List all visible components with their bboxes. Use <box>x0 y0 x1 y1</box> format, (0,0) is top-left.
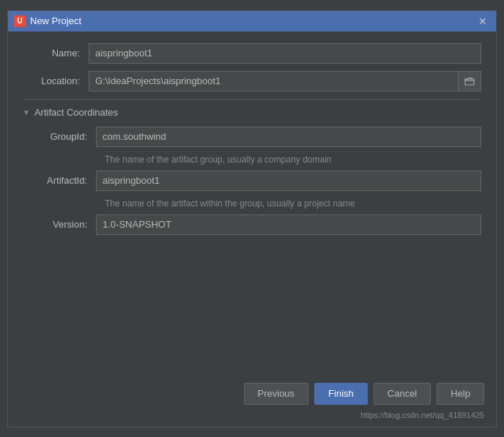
version-input-wrapper <box>96 214 481 235</box>
artifactid-row: ArtifactId: <box>30 171 481 191</box>
version-row: Version: <box>30 214 481 235</box>
section-triangle: ▼ <box>23 108 30 116</box>
name-input[interactable] <box>89 43 481 64</box>
dialog-content: Name: Location: ▼ A <box>8 31 496 376</box>
groupid-row: GroupId: <box>30 127 481 147</box>
new-project-dialog: U New Project ✕ Name: Location: <box>7 10 497 427</box>
artifactid-input-wrapper <box>96 171 481 191</box>
dialog-footer: Previous Finish Cancel Help https://blog… <box>8 376 496 427</box>
title-bar: U New Project ✕ <box>8 11 496 31</box>
name-input-wrapper <box>89 43 481 64</box>
browse-button[interactable] <box>459 71 481 91</box>
name-label: Name: <box>23 48 89 59</box>
divider <box>23 99 481 100</box>
footer-buttons: Previous Finish Cancel Help <box>244 383 484 405</box>
artifactid-input[interactable] <box>96 171 481 191</box>
artifactid-label: ArtifactId: <box>30 175 96 186</box>
location-input[interactable] <box>89 71 459 91</box>
title-bar-left: U New Project <box>14 15 81 27</box>
section-label: Artifact Coordinates <box>34 107 118 118</box>
location-input-wrapper <box>89 71 481 91</box>
artifact-section-header: ▼ Artifact Coordinates <box>23 107 481 118</box>
groupid-input[interactable] <box>96 127 481 147</box>
groupid-input-wrapper <box>96 127 481 147</box>
groupid-label: GroupId: <box>30 131 96 142</box>
location-row: Location: <box>23 71 481 91</box>
groupid-hint: The name of the artifact group, usually … <box>105 154 481 165</box>
close-button[interactable]: ✕ <box>475 14 490 29</box>
previous-button[interactable]: Previous <box>244 383 309 405</box>
app-icon: U <box>14 15 26 27</box>
cancel-button[interactable]: Cancel <box>374 383 431 405</box>
version-label: Version: <box>30 219 96 230</box>
name-row: Name: <box>23 43 481 64</box>
help-button[interactable]: Help <box>437 383 484 405</box>
artifactid-hint: The name of the artifact within the grou… <box>105 198 481 209</box>
footer-url: https://blog.csdn.net/qq_41891425 <box>360 411 484 419</box>
artifact-section: GroupId: The name of the artifact group,… <box>23 127 481 235</box>
version-input[interactable] <box>96 214 481 235</box>
svg-rect-0 <box>465 79 474 85</box>
location-label: Location: <box>23 75 89 86</box>
finish-button[interactable]: Finish <box>314 383 368 405</box>
dialog-title: New Project <box>30 15 81 26</box>
